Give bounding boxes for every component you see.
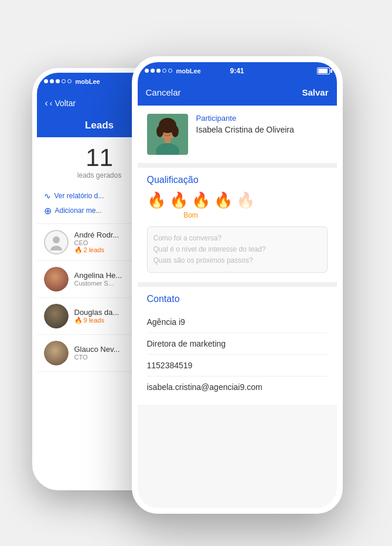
avatar-andre — [44, 230, 69, 255]
status-time: 9:41 — [230, 67, 244, 75]
avatar-glauco — [44, 341, 69, 365]
qual-textarea[interactable]: Como foi a conversa? Qual é o nível de i… — [147, 226, 328, 273]
flame-4[interactable]: 🔥 — [214, 192, 233, 208]
flame-3[interactable]: 🔥 — [192, 192, 210, 208]
signal-dot-5 — [67, 79, 71, 83]
svg-point-6 — [172, 126, 179, 137]
svg-rect-7 — [165, 138, 171, 143]
chevron-left-icon: ‹ — [45, 98, 48, 108]
svg-point-0 — [53, 236, 60, 243]
signal-f-3 — [156, 69, 161, 73]
contact-section: Contato Agência i9 Diretora de marketing… — [138, 287, 337, 405]
status-bar-front: mobLee 9:41 — [138, 62, 337, 80]
save-button[interactable]: Salvar — [302, 87, 328, 97]
nav-bar-front: Cancelar Salvar — [138, 80, 337, 106]
participant-info: Participante Isabela Cristina de Oliveir… — [196, 114, 328, 155]
add-icon: ⊕ — [44, 205, 52, 216]
leads-count-andre: 2 leads — [84, 246, 104, 253]
flame-icon-andre: 🔥 — [74, 246, 83, 254]
qualification-title: Qualificação — [147, 175, 328, 185]
avatar-img-glauco — [44, 341, 69, 365]
contact-role: Diretora de marketing — [147, 333, 328, 355]
leads-count-douglas: 9 leads — [84, 317, 104, 324]
participant-photo — [147, 114, 188, 155]
back-button[interactable]: ‹ ‹ Voltar — [45, 98, 76, 108]
avatar-img-angelina — [44, 267, 69, 291]
contact-email[interactable]: isabela.cristina@agenciai9.com — [147, 377, 328, 398]
flame-row: 🔥 🔥 🔥 🔥 🔥 — [147, 192, 328, 208]
flame-2[interactable]: 🔥 — [169, 192, 188, 208]
signal-f-4 — [162, 69, 166, 73]
add-member-label: Adicionar me... — [55, 206, 102, 215]
svg-point-1 — [50, 246, 62, 250]
signal-f-5 — [168, 69, 172, 73]
avatar-img-douglas — [44, 304, 69, 328]
back-label[interactable]: ‹ Voltar — [50, 99, 76, 108]
signal-dot-4 — [62, 79, 66, 83]
qual-placeholder: Como foi a conversa? Qual é o nível de i… — [154, 234, 266, 264]
signal-f-1 — [145, 69, 149, 73]
battery-fill — [318, 69, 328, 73]
signal-dot-1 — [44, 79, 48, 83]
avatar-douglas — [44, 304, 69, 328]
avatar-angelina — [44, 267, 69, 291]
carrier-front: mobLee — [176, 67, 201, 74]
cancel-button[interactable]: Cancelar — [146, 87, 181, 97]
scene: mobLee ‹ ‹ Voltar Leads 11 leads gerados… — [15, 21, 378, 525]
signal-dot-3 — [56, 79, 60, 83]
svg-point-5 — [156, 126, 163, 137]
detail-content: Participante Isabela Cristina de Oliveir… — [138, 106, 337, 508]
contact-title: Contato — [147, 294, 328, 304]
flame-5[interactable]: 🔥 — [236, 192, 255, 208]
battery-icon — [317, 67, 330, 74]
contact-phone[interactable]: 1152384519 — [147, 355, 328, 377]
flame-1[interactable]: 🔥 — [147, 192, 166, 208]
rating-label: Bom — [147, 211, 235, 219]
chart-icon: ∿ — [44, 191, 51, 201]
flame-icon-douglas: 🔥 — [74, 317, 83, 324]
contact-company: Agência i9 — [147, 311, 328, 333]
signal-dot-2 — [50, 79, 54, 83]
carrier-back: mobLee — [76, 78, 100, 85]
qualification-section: Qualificação 🔥 🔥 🔥 🔥 🔥 Bom Como foi a co… — [138, 168, 337, 287]
phone-detail: mobLee 9:41 Cancelar Salvar — [132, 56, 343, 514]
signal-f-2 — [151, 69, 155, 73]
view-report-label: Ver relatório d... — [54, 192, 104, 200]
participant-name: Isabela Cristina de Oliveira — [196, 125, 328, 134]
participant-label: Participante — [196, 114, 328, 123]
participant-section: Participante Isabela Cristina de Oliveir… — [138, 106, 337, 168]
